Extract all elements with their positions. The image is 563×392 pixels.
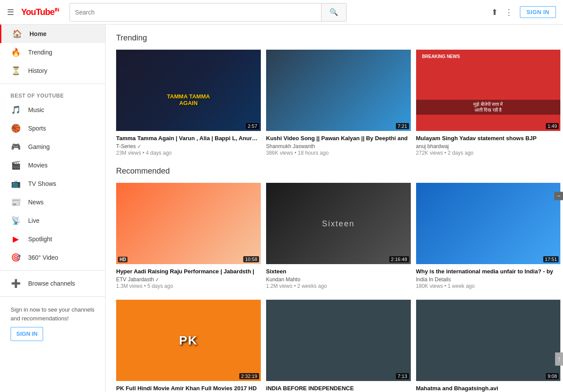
rec-info-0-0: Hyper Aadi Raising Raju Performance | Ja… bbox=[116, 264, 261, 289]
rec-title-0-0: Hyper Aadi Raising Raju Performance | Ja… bbox=[116, 268, 261, 276]
spotlight-icon: ▶ bbox=[11, 234, 21, 244]
rec-thumbnail-0-1: Sixteen bbox=[266, 183, 411, 264]
sports-icon: 🏀 bbox=[11, 123, 21, 133]
duration-2: 1:49 bbox=[546, 123, 559, 129]
trending-video-2[interactable]: BREAKING NEWS मुझे बीजेपी सत्ता मेंआती द… bbox=[416, 50, 561, 156]
rec-meta-0-2: 180K views • 1 week ago bbox=[416, 283, 561, 289]
verified-0-0: ✓ bbox=[155, 277, 159, 282]
logo-text: YouTubeIN bbox=[21, 7, 59, 17]
rec-info-0-2: Why is the international media unfair to… bbox=[416, 264, 561, 289]
thumbnail-0: TAMMA TAMMAAGAIN bbox=[116, 50, 261, 131]
sidebar-item-music[interactable]: 🎵 Music bbox=[0, 101, 105, 119]
video-channel-0: T-Series ✓ bbox=[116, 143, 261, 149]
rec-duration-1-0: 2:32:19 bbox=[239, 373, 259, 379]
sidebar-item-news[interactable]: 📰 News bbox=[0, 193, 105, 211]
search-button[interactable]: 🔍 bbox=[321, 4, 346, 21]
trending-row: TAMMA TAMMAAGAIN 2:57 Tamma Tamma Again … bbox=[116, 50, 563, 156]
logo[interactable]: YouTubeIN bbox=[21, 7, 59, 17]
header-actions: ⬆ ⋮ SIGN IN bbox=[491, 6, 556, 18]
rec-channel-0-0: ETV Jabardasth ✓ bbox=[116, 276, 261, 283]
sidebar: 🏠 Home 🔥 Trending ⏳ History BEST OF YOUT… bbox=[0, 25, 106, 392]
music-icon: 🎵 bbox=[11, 105, 21, 115]
sidebar-sign-in-link[interactable]: SIGN IN bbox=[11, 327, 43, 341]
video-meta-2: 272K views • 2 days ago bbox=[416, 150, 561, 156]
gaming-icon: 🎮 bbox=[11, 142, 21, 152]
sign-in-button[interactable]: SIGN IN bbox=[520, 6, 556, 18]
feedback-button[interactable]: ! bbox=[554, 192, 563, 200]
logo-in: IN bbox=[55, 7, 59, 12]
rec-video-1-1[interactable]: 7:13 INDIA BEFORE INDEPENDENCE Prasanna … bbox=[266, 300, 411, 392]
rec-video-0-1[interactable]: Sixteen 2:16:48 Sixteen Kundan Mahto 1.2… bbox=[266, 183, 411, 289]
rec-thumbnail-0-2 bbox=[416, 183, 561, 264]
rec-info-1-2: Mahatma and Bhagatsingh.avi Gaurav Pandi… bbox=[416, 381, 561, 392]
rec-video-0-0[interactable]: HD 10:58 Hyper Aadi Raising Raju Perform… bbox=[116, 183, 261, 289]
rec-duration-1-1: 7:13 bbox=[396, 373, 409, 379]
rec-channel-0-1: Kundan Mahto bbox=[266, 276, 411, 283]
video-info-1: Kushi Video Song || Pawan Kalyan || By D… bbox=[266, 131, 411, 156]
upload-button[interactable]: ⬆ bbox=[491, 7, 498, 17]
sidebar-item-spotlight[interactable]: ▶ Spotlight bbox=[0, 230, 105, 248]
more-options-button[interactable]: ⋮ bbox=[505, 7, 513, 17]
sidebar-label-sports: Sports bbox=[28, 125, 46, 132]
rec-thumbnail-0-0 bbox=[116, 183, 261, 264]
thumbnail-1 bbox=[266, 50, 411, 131]
sidebar-label-spotlight: Spotlight bbox=[28, 236, 52, 243]
rec-video-1-2[interactable]: 9:08 Mahatma and Bhagatsingh.avi Gaurav … bbox=[416, 300, 561, 392]
rec-info-1-1: INDIA BEFORE INDEPENDENCE Prasanna Kumar… bbox=[266, 381, 411, 392]
duration-1: 7:21 bbox=[396, 123, 409, 129]
live-icon: 📡 bbox=[11, 216, 21, 225]
sidebar-item-browse[interactable]: ➕ Browse channels bbox=[0, 274, 105, 293]
rec-duration-0-2: 17:51 bbox=[543, 256, 559, 262]
video-info-2: Mulayam Singh Yadav statement shows BJP … bbox=[416, 131, 561, 156]
trending-section: Trending TAMMA TAMMAAGAIN 2:57 Tamma Tam… bbox=[116, 33, 563, 156]
sidebar-item-trending[interactable]: 🔥 Trending bbox=[0, 43, 105, 62]
sidebar-label-tv-shows: TV Shows bbox=[28, 180, 56, 187]
rec-thumbnail-1-1 bbox=[266, 300, 411, 381]
sidebar-item-movies[interactable]: 🎬 Movies bbox=[0, 156, 105, 174]
logo-you: You bbox=[21, 7, 36, 17]
sign-in-note-text: Sign in now to see your channels and rec… bbox=[11, 306, 95, 322]
search-bar: 🔍 bbox=[69, 3, 347, 22]
sidebar-item-sports[interactable]: 🏀 Sports bbox=[0, 119, 105, 138]
rec-video-0-2[interactable]: 17:51 Why is the international media unf… bbox=[416, 183, 561, 289]
tv-shows-icon: 📺 bbox=[11, 179, 21, 189]
sidebar-label-home: Home bbox=[29, 30, 47, 37]
video-title-0: Tamma Tamma Again | Varun , Alia | Bappi… bbox=[116, 134, 261, 142]
rec-info-0-1: Sixteen Kundan Mahto 1.2M views • 2 week… bbox=[266, 264, 411, 289]
recommended-title: Recommended bbox=[116, 167, 563, 176]
trending-video-1[interactable]: 7:21 Kushi Video Song || Pawan Kalyan ||… bbox=[266, 50, 411, 156]
rec-video-1-0[interactable]: PK 2:32:19 PK Full Hindi Movie Amir Khan… bbox=[116, 300, 261, 392]
movies-icon: 🎬 bbox=[11, 160, 21, 170]
sign-in-note: Sign in now to see your channels and rec… bbox=[0, 300, 105, 346]
trending-title: Trending bbox=[116, 33, 563, 43]
rec-duration-0-1: 2:16:48 bbox=[389, 256, 409, 262]
sidebar-label-gaming: Gaming bbox=[28, 143, 50, 150]
sidebar-label-news: News bbox=[28, 199, 44, 206]
best-of-youtube-label: BEST OF YOUTUBE bbox=[0, 87, 105, 101]
hd-badge-0-0: HD bbox=[118, 257, 128, 262]
trending-video-0[interactable]: TAMMA TAMMAAGAIN 2:57 Tamma Tamma Again … bbox=[116, 50, 261, 156]
browse-icon: ➕ bbox=[11, 279, 21, 288]
sidebar-item-tv-shows[interactable]: 📺 TV Shows bbox=[0, 174, 105, 193]
rec-thumbnail-1-2 bbox=[416, 300, 561, 381]
rec-thumbnail-1-0: PK bbox=[116, 300, 261, 381]
search-input[interactable] bbox=[70, 5, 321, 19]
video-title-2: Mulayam Singh Yadav statement shows BJP bbox=[416, 134, 561, 142]
menu-icon[interactable]: ☰ bbox=[7, 7, 14, 17]
video-meta-0: 23M views • 4 days ago bbox=[116, 150, 261, 156]
rec-title-0-1: Sixteen bbox=[266, 268, 411, 276]
sidebar-item-home[interactable]: 🏠 Home bbox=[0, 25, 105, 43]
scroll-to-top-button[interactable]: ↑ bbox=[555, 352, 563, 366]
rec-meta-0-1: 1.2M views • 2 weeks ago bbox=[266, 283, 411, 289]
sidebar-item-gaming[interactable]: 🎮 Gaming bbox=[0, 138, 105, 156]
thumbnail-2: BREAKING NEWS मुझे बीजेपी सत्ता मेंआती द… bbox=[416, 50, 561, 131]
sidebar-label-360video: 360° Video bbox=[28, 254, 58, 261]
duration-0: 2:57 bbox=[246, 123, 259, 129]
news-icon: 📰 bbox=[11, 197, 21, 207]
sidebar-item-360video[interactable]: 🎯 360° Video bbox=[0, 248, 105, 267]
rec-channel-0-2: India In Details bbox=[416, 276, 561, 283]
rec-title-1-1: INDIA BEFORE INDEPENDENCE bbox=[266, 385, 411, 392]
sidebar-item-live[interactable]: 📡 Live bbox=[0, 211, 105, 230]
sidebar-item-history[interactable]: ⏳ History bbox=[0, 62, 105, 80]
layout: 🏠 Home 🔥 Trending ⏳ History BEST OF YOUT… bbox=[0, 25, 563, 392]
